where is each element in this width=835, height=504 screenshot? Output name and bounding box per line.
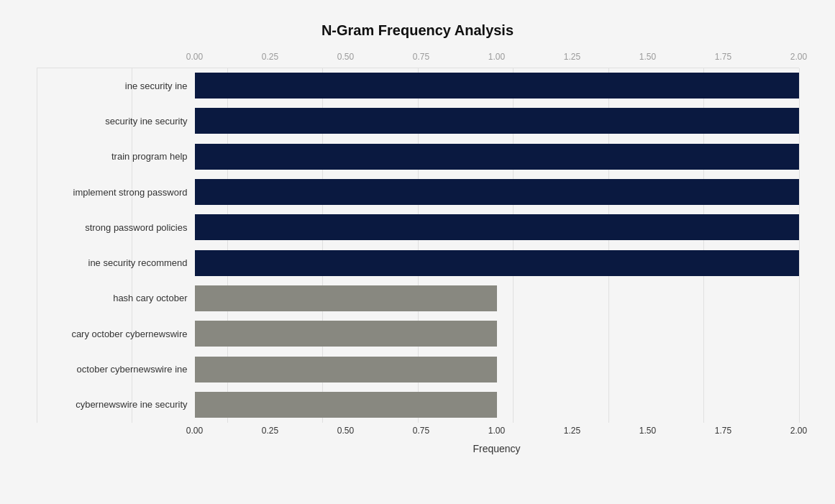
top-axis-tick: 1.75 <box>715 52 731 62</box>
bar-row: cybernewswire ine security <box>37 387 799 422</box>
bar-label: train program help <box>37 151 195 162</box>
x-tick: 1.75 <box>715 426 731 436</box>
top-axis-tick: 2.00 <box>790 52 807 62</box>
x-tick: 1.50 <box>639 426 656 436</box>
bar-label: october cybernewswire ine <box>37 364 195 375</box>
x-axis-label: Frequency <box>195 443 799 454</box>
bar-row: security ine security <box>37 104 799 139</box>
top-axis-tick: 0.50 <box>337 52 354 62</box>
bar-track <box>195 73 799 98</box>
top-axis-tick: 1.00 <box>488 52 505 62</box>
bar-fill <box>195 250 799 276</box>
bar-track <box>195 357 799 382</box>
grid-line <box>799 68 800 423</box>
x-tick: 2.00 <box>790 426 807 436</box>
bar-track <box>195 321 799 347</box>
top-axis: 0.000.250.500.751.001.251.501.752.00 <box>195 52 799 66</box>
bar-label: hash cary october <box>37 293 195 303</box>
top-axis-tick: 1.25 <box>564 52 580 62</box>
bar-fill <box>195 357 497 382</box>
bar-label: cary october cybernewswire <box>37 329 195 339</box>
bar-fill <box>195 392 497 418</box>
bar-row: ine security ine <box>37 68 799 104</box>
bar-track <box>195 285 799 311</box>
bar-track <box>195 250 799 276</box>
bar-label: ine security ine <box>37 81 195 91</box>
bar-label: cybernewswire ine security <box>37 399 195 410</box>
x-axis: 0.000.250.500.751.001.251.501.752.00 Fre… <box>195 423 799 454</box>
chart-container: N-Gram Frequency Analysis 0.000.250.500.… <box>22 8 813 497</box>
bar-label: implement strong password <box>37 187 195 198</box>
bar-row: hash cary october <box>37 280 799 316</box>
x-tick: 0.75 <box>413 426 429 436</box>
bar-fill <box>195 285 497 311</box>
bar-track <box>195 144 799 170</box>
top-axis-tick: 0.75 <box>413 52 429 62</box>
x-tick: 0.00 <box>186 426 203 436</box>
top-axis-tick: 0.00 <box>186 52 203 62</box>
bar-label: ine security recommend <box>37 257 195 268</box>
bar-label: strong password policies <box>37 222 195 233</box>
x-tick: 1.00 <box>488 426 505 436</box>
chart-area: 0.000.250.500.751.001.251.501.752.00 ine… <box>37 52 799 454</box>
top-axis-tick: 0.25 <box>262 52 278 62</box>
bar-track <box>195 392 799 418</box>
bar-fill <box>195 214 799 240</box>
bar-row: train program help <box>37 139 799 174</box>
x-tick: 0.25 <box>262 426 278 436</box>
x-ticks: 0.000.250.500.751.001.251.501.752.00 <box>195 426 799 440</box>
bar-row: ine security recommend <box>37 245 799 280</box>
bar-track <box>195 179 799 205</box>
bar-row: strong password policies <box>37 210 799 245</box>
top-axis-tick: 1.50 <box>639 52 656 62</box>
bar-row: implement strong password <box>37 174 799 209</box>
bars-grid: ine security inesecurity ine securitytra… <box>37 68 799 423</box>
bar-track <box>195 214 799 240</box>
bar-row: october cybernewswire ine <box>37 352 799 387</box>
x-tick: 0.50 <box>337 426 354 436</box>
bar-fill <box>195 73 799 98</box>
bar-fill <box>195 321 497 347</box>
bar-fill <box>195 108 799 134</box>
bar-fill <box>195 179 799 205</box>
chart-title: N-Gram Frequency Analysis <box>37 22 799 39</box>
x-tick: 1.25 <box>564 426 580 436</box>
bar-row: cary october cybernewswire <box>37 316 799 352</box>
bar-fill <box>195 144 799 170</box>
bar-label: security ine security <box>37 116 195 127</box>
bar-track <box>195 108 799 134</box>
